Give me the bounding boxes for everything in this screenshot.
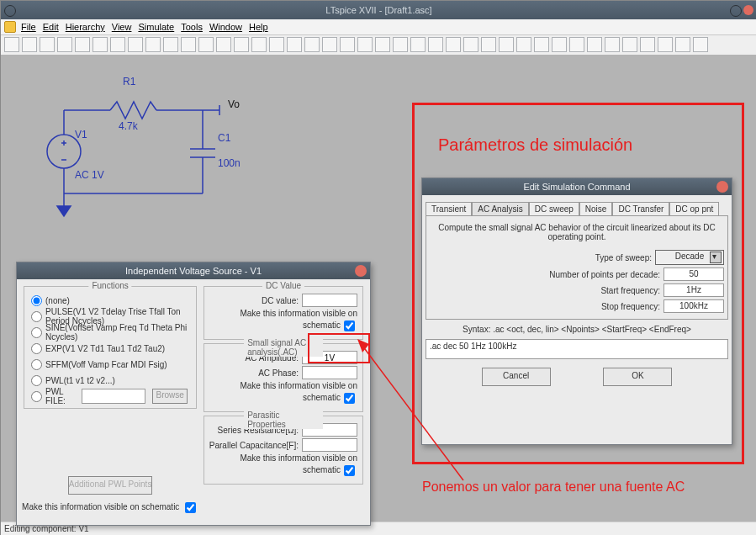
- toolbar-button-32[interactable]: [569, 37, 584, 52]
- dlg2-ok-button[interactable]: OK: [603, 368, 672, 386]
- npts-label: Number of points per decade:: [549, 270, 660, 279]
- func-label-4: SFFM(Voff Vamp Fcar MDI Fsig): [45, 360, 167, 369]
- dc-value-input[interactable]: [302, 294, 357, 307]
- toolbar-button-28[interactable]: [499, 37, 514, 52]
- toolbar-button-22[interactable]: [393, 37, 408, 52]
- menu-edit[interactable]: Edit: [43, 22, 59, 32]
- additional-pwl-button[interactable]: Additional PWL Points: [68, 476, 153, 495]
- toolbar-button-24[interactable]: [428, 37, 443, 52]
- par-vis-label: Make this information visible on schemat…: [240, 453, 357, 474]
- toolbar-button-34[interactable]: [605, 37, 620, 52]
- npts-input[interactable]: 50: [663, 268, 724, 281]
- func-label-0: (none): [45, 296, 70, 305]
- tab-dc-op-pnt[interactable]: DC op pnt: [669, 202, 719, 215]
- ac-phase-label: AC Phase:: [258, 368, 299, 378]
- toolbar-button-25[interactable]: [446, 37, 461, 52]
- toolbar-button-8[interactable]: [145, 37, 161, 52]
- toolbar-button-15[interactable]: [269, 37, 284, 52]
- pwl-file-radio[interactable]: [31, 391, 42, 402]
- toolbar-button-11[interactable]: [198, 37, 214, 52]
- fstop-input[interactable]: 100kHz: [663, 299, 724, 313]
- toolbar-button-16[interactable]: [287, 37, 302, 52]
- dialog-voltage-source-titlebar[interactable]: Independent Voltage Source - V1: [17, 262, 370, 279]
- toolbar: /* toolbar buttons drawn via JS below */: [1, 35, 756, 56]
- toolbar-button-20[interactable]: [357, 37, 373, 52]
- toolbar-button-33[interactable]: [587, 37, 602, 52]
- toolbar-button-18[interactable]: [322, 37, 337, 52]
- sweep-type-select[interactable]: Decade: [655, 250, 724, 265]
- func-radio-0[interactable]: [31, 295, 42, 306]
- toolbar-button-23[interactable]: [410, 37, 426, 52]
- dc-vis-label: Make this information visible on schemat…: [240, 309, 357, 330]
- toolbar-button-3[interactable]: [57, 37, 72, 52]
- toolbar-button-10[interactable]: [181, 37, 196, 52]
- window-menu-icon[interactable]: [4, 5, 16, 17]
- toolbar-button-38[interactable]: [675, 37, 690, 52]
- dialog-voltage-source: Independent Voltage Source - V1 Function…: [16, 262, 371, 526]
- func-radio-1[interactable]: [31, 311, 42, 322]
- parasitic-group-title: Parasitic Properties: [244, 411, 323, 429]
- toolbar-button-5[interactable]: [93, 37, 108, 52]
- sweep-type-label: Type of sweep:: [595, 253, 652, 262]
- toolbar-button-31[interactable]: [552, 37, 567, 52]
- chevron-down-icon[interactable]: [710, 252, 722, 263]
- menu-tools[interactable]: Tools: [181, 22, 203, 32]
- dc-vis-check[interactable]: [344, 320, 355, 331]
- pwl-file-input[interactable]: [82, 389, 145, 404]
- toolbar-button-19[interactable]: [340, 37, 355, 52]
- toolbar-button-30[interactable]: [534, 37, 549, 52]
- tab-transient[interactable]: Transient: [426, 202, 472, 215]
- dlg1-vis-check-bottom[interactable]: [185, 502, 196, 513]
- toolbar-button-12[interactable]: [216, 37, 231, 52]
- ac-phase-input[interactable]: [302, 366, 357, 379]
- close-icon[interactable]: [716, 181, 728, 193]
- toolbar-button-1[interactable]: [22, 37, 37, 52]
- toolbar-button-13[interactable]: [234, 37, 249, 52]
- menu-window[interactable]: Window: [209, 22, 242, 32]
- window-close-icon[interactable]: [743, 5, 753, 15]
- toolbar-button-35[interactable]: [622, 37, 637, 52]
- menu-hierarchy[interactable]: Hierarchy: [66, 22, 105, 32]
- toolbar-button-7[interactable]: [128, 37, 143, 52]
- func-radio-5[interactable]: [31, 375, 42, 386]
- toolbar-button-2[interactable]: [40, 37, 55, 52]
- toolbar-button-27[interactable]: [481, 37, 496, 52]
- menu-help[interactable]: Help: [249, 22, 268, 32]
- toolbar-button-9[interactable]: [163, 37, 178, 52]
- toolbar-button-39[interactable]: [693, 37, 708, 52]
- toolbar-button-14[interactable]: [251, 37, 267, 52]
- window-title: LTspice XVII - [Draft1.asc]: [325, 5, 431, 15]
- fstart-input[interactable]: 1Hz: [663, 283, 724, 297]
- vo-net-label: Vo: [228, 98, 240, 110]
- menu-file[interactable]: File: [21, 22, 36, 32]
- c1-name-label: C1: [218, 132, 230, 144]
- toolbar-button-4[interactable]: [75, 37, 90, 52]
- func-radio-4[interactable]: [31, 359, 42, 370]
- toolbar-button-6[interactable]: [110, 37, 125, 52]
- func-radio-2[interactable]: [31, 327, 42, 338]
- dialog-sim-command-title: Edit Simulation Command: [523, 182, 630, 192]
- dialog-sim-command-titlebar[interactable]: Edit Simulation Command: [422, 178, 732, 195]
- menu-simulate[interactable]: Simulate: [138, 22, 174, 32]
- browse-button[interactable]: Browse: [152, 389, 188, 404]
- window-minimize-icon[interactable]: [730, 5, 742, 17]
- tab-ac-analysis[interactable]: AC Analysis: [472, 202, 528, 215]
- toolbar-button-21[interactable]: [375, 37, 390, 52]
- tab-dc-transfer[interactable]: DC Transfer: [612, 202, 669, 215]
- syntax-hint: Syntax: .ac <oct, dec, lin> <Npoints> <S…: [426, 325, 728, 334]
- parallel-c-input[interactable]: [302, 438, 357, 452]
- toolbar-button-26[interactable]: [463, 37, 478, 52]
- menu-view[interactable]: View: [112, 22, 132, 32]
- toolbar-button-36[interactable]: [640, 37, 655, 52]
- functions-group-title: Functions: [88, 281, 131, 290]
- tab-dc-sweep[interactable]: DC sweep: [529, 202, 579, 215]
- func-radio-3[interactable]: [31, 343, 42, 354]
- toolbar-button-0[interactable]: [4, 37, 19, 52]
- close-icon[interactable]: [355, 265, 367, 277]
- toolbar-button-29[interactable]: [516, 37, 531, 52]
- ac-tab-caption: Compute the small signal AC behavior of …: [438, 223, 716, 241]
- toolbar-button-17[interactable]: [304, 37, 320, 52]
- ac-vis-label: Make this information visible on schemat…: [240, 381, 357, 402]
- tab-noise[interactable]: Noise: [579, 202, 613, 215]
- toolbar-button-37[interactable]: [658, 37, 673, 52]
